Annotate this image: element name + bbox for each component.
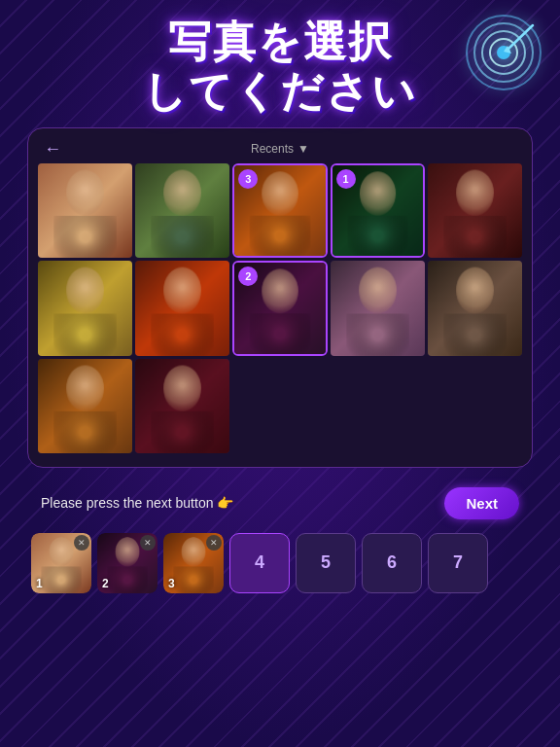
- back-button[interactable]: ←: [44, 139, 61, 160]
- selection-badge: 1: [336, 169, 356, 189]
- thumbnail-item[interactable]: ✕3: [163, 533, 224, 593]
- thumb-number: 2: [102, 577, 109, 590]
- thumb-close-button[interactable]: ✕: [206, 535, 222, 551]
- photo-cell[interactable]: [38, 261, 132, 355]
- photo-cell[interactable]: 2: [232, 261, 327, 355]
- photo-cell[interactable]: [135, 261, 229, 355]
- photo-cell[interactable]: [135, 163, 229, 258]
- page-title: 写真を選択 してください: [19, 18, 541, 116]
- dartboard-icon: [465, 14, 542, 91]
- recents-dropdown[interactable]: Recents ▼: [251, 142, 309, 156]
- slot-button[interactable]: 5: [296, 533, 356, 593]
- slot-button[interactable]: 6: [362, 533, 422, 593]
- photo-cell[interactable]: [38, 359, 132, 453]
- thumbnail-strip: ✕1✕2✕34567: [27, 533, 533, 593]
- thumb-number: 1: [36, 577, 43, 590]
- title-area: 写真を選択 してください: [0, 0, 560, 125]
- photo-cell[interactable]: [428, 261, 522, 355]
- photo-cell[interactable]: [428, 163, 522, 258]
- thumbnail-item[interactable]: ✕2: [97, 533, 158, 593]
- thumbnail-item[interactable]: ✕1: [31, 533, 91, 593]
- grid-header: ← Recents ▼: [38, 138, 522, 163]
- next-button[interactable]: Next: [444, 487, 519, 519]
- prompt-text: Please press the next button 👉: [41, 495, 435, 511]
- photo-cell[interactable]: [331, 261, 425, 355]
- photo-cell[interactable]: 3: [232, 163, 327, 258]
- photo-grid-panel: ← Recents ▼ 312: [27, 127, 533, 468]
- photo-cell[interactable]: 1: [331, 163, 425, 258]
- slot-button[interactable]: 4: [229, 533, 290, 593]
- photo-cell[interactable]: [135, 359, 229, 453]
- thumb-number: 3: [168, 577, 175, 590]
- photo-cell[interactable]: [38, 163, 132, 258]
- photo-grid: 312: [38, 163, 522, 453]
- thumb-close-button[interactable]: ✕: [140, 535, 156, 551]
- thumb-close-button[interactable]: ✕: [74, 535, 89, 551]
- slot-button[interactable]: 7: [428, 533, 488, 593]
- prompt-bar: Please press the next button 👉 Next: [27, 478, 533, 529]
